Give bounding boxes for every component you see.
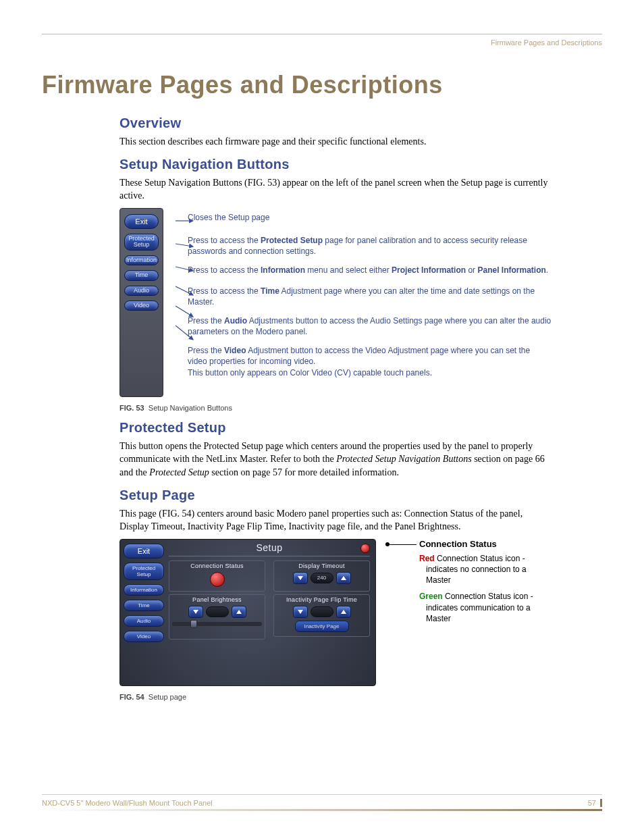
increase-button[interactable] <box>232 606 246 618</box>
page-content: Firmware Pages and Descriptions Firmware… <box>0 0 644 701</box>
nav-descriptions: Closes the Setup page Press to access th… <box>188 208 552 397</box>
setup-panel-screenshot: Exit Protected Setup Information Time Au… <box>119 539 376 686</box>
decrease-button[interactable] <box>293 572 308 584</box>
brightness-value <box>206 606 229 617</box>
desc-information: Press to access the Information menu and… <box>188 265 552 276</box>
header-rule <box>42 34 602 34</box>
page-title: Firmware Pages and Descriptions <box>42 71 602 99</box>
callout-arrows <box>176 209 196 398</box>
figure-53-caption: FIG. 53 Setup Navigation Buttons <box>119 404 552 412</box>
brightness-slider[interactable] <box>172 622 262 626</box>
page-footer: NXD-CV5 5" Modero Wall/Flush Mount Touch… <box>42 794 602 807</box>
sp-group-connection: Connection Status <box>169 561 265 592</box>
footer-page-number: 57 <box>588 799 602 807</box>
increase-button[interactable] <box>336 606 351 618</box>
decrease-button[interactable] <box>293 606 308 618</box>
desc-video: Press the Video Adjustment button to acc… <box>188 345 552 378</box>
footer-product: NXD-CV5 5" Modero Wall/Flush Mount Touch… <box>42 799 213 807</box>
callout-title: Connection Status <box>419 539 534 549</box>
nav-protected-line2: Setup <box>125 242 158 248</box>
nav-video-button[interactable]: Video <box>124 301 159 311</box>
inactivity-page-button[interactable]: Inactivity Page <box>295 621 349 632</box>
sp-title: Setup <box>169 542 370 556</box>
sp-audio-button[interactable]: Audio <box>124 615 164 627</box>
section-setupnav-heading: Setup Navigation Buttons <box>119 157 552 172</box>
callout-dot-icon <box>385 542 390 546</box>
sp-grid: Connection Status Display Timeout 240 <box>169 561 370 640</box>
desc-exit: Closes the Setup page <box>188 212 552 223</box>
content-column: Overview This section describes each fir… <box>119 115 552 701</box>
figure-53: Exit Protected Setup Information Time Au… <box>119 208 552 397</box>
figure-54-caption: FIG. 54 Setup page <box>119 693 552 701</box>
sp-group-inactivity: Inactivity Page Flip Time Inactivity Pag… <box>273 594 370 637</box>
desc-time: Press to access the Time Adjustment page… <box>188 286 552 307</box>
increase-button[interactable] <box>336 572 351 584</box>
section-overview-body: This section describes each firmware pag… <box>119 135 552 149</box>
sp-time-button[interactable]: Time <box>124 600 164 611</box>
sp-group-brightness: Panel Brightness <box>169 594 265 640</box>
sp-video-button[interactable]: Video <box>124 631 164 642</box>
nav-panel: Exit Protected Setup Information Time Au… <box>119 208 163 397</box>
sp-group-display-timeout: Display Timeout 240 <box>273 561 370 592</box>
slider-thumb-icon[interactable] <box>190 620 197 628</box>
svg-line-4 <box>176 306 193 317</box>
figure-54-callout: Connection Status Red Connection Status … <box>385 539 534 629</box>
desc-protected: Press to access the Protected Setup page… <box>188 235 552 257</box>
sp-main: Setup Connection Status Display Timeout … <box>167 540 375 685</box>
section-setupnav-body: These Setup Navigation Buttons (FIG. 53)… <box>119 176 552 203</box>
callout-green: Green Connection Status icon - indicates… <box>419 591 534 624</box>
sp-exit-button[interactable]: Exit <box>124 544 164 558</box>
nav-audio-button[interactable]: Audio <box>124 286 159 296</box>
section-overview-heading: Overview <box>119 115 552 131</box>
nav-protected-setup-button[interactable]: Protected Setup <box>124 234 159 251</box>
sp-protected-button[interactable]: Protected Setup <box>124 563 164 580</box>
callout-red: Red Connection Status icon - indicates n… <box>419 553 534 586</box>
decrease-button[interactable] <box>188 606 203 618</box>
desc-audio: Press the Audio Adjustments button to ac… <box>188 315 552 337</box>
figure-54: Exit Protected Setup Information Time Au… <box>119 539 552 686</box>
connection-status-icon <box>210 572 225 587</box>
title-status-icon <box>360 544 370 553</box>
display-timeout-value: 240 <box>311 573 333 583</box>
sp-sidebar: Exit Protected Setup Information Time Au… <box>120 540 167 685</box>
section-protected-body: This button opens the Protected Setup pa… <box>119 440 552 479</box>
nav-time-button[interactable]: Time <box>124 270 159 280</box>
sp-information-button[interactable]: Information <box>124 584 164 596</box>
nav-exit-button[interactable]: Exit <box>124 214 159 229</box>
svg-line-1 <box>176 244 193 246</box>
section-setuppage-heading: Setup Page <box>119 488 552 503</box>
footer-rule <box>42 809 602 811</box>
section-setuppage-body: This page (FIG. 54) centers around basic… <box>119 507 552 533</box>
section-protected-heading: Protected Setup <box>119 420 552 436</box>
svg-line-3 <box>176 286 193 295</box>
svg-line-5 <box>176 325 193 340</box>
nav-information-button[interactable]: Information <box>124 255 159 265</box>
callout-line <box>385 544 417 545</box>
running-header: Firmware Pages and Descriptions <box>42 38 602 47</box>
svg-line-2 <box>176 267 193 271</box>
inactivity-value <box>311 606 333 617</box>
